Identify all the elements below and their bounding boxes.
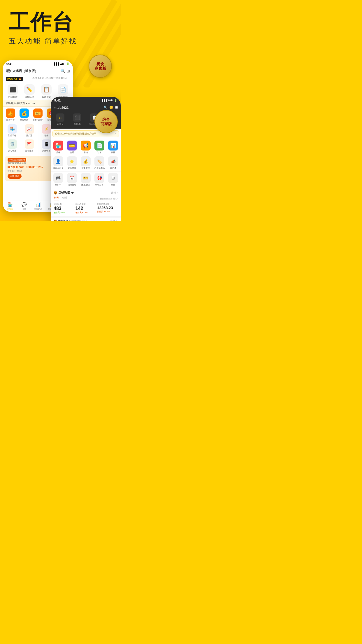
- tab-yesterday[interactable]: 昨天: [54, 196, 59, 200]
- feat-coupon[interactable]: 🎫 套餐代金券: [31, 108, 45, 121]
- right-search-icon[interactable]: 🔍: [103, 106, 108, 109]
- notice-close-icon[interactable]: ✕: [114, 132, 116, 135]
- feat-event-signup[interactable]: 🚩 活动报名: [21, 139, 38, 152]
- left-tab-kaidianbao[interactable]: 🏪 开店宝: [3, 202, 17, 210]
- score-detail-link[interactable]: 详情 >: [110, 219, 118, 221]
- search-icon[interactable]: 🔍: [60, 69, 65, 73]
- right-nav-scan-coupon[interactable]: ⬛ 扫码券: [69, 113, 86, 126]
- data-tabs: 昨天 实时: [54, 196, 67, 200]
- promo-tag: 中秋国庆大促招商: [8, 158, 26, 162]
- data-updated: 数据更新时间 01/17: [100, 197, 118, 200]
- feat-safe-restaurant[interactable]: 🛡️ 安心餐厅: [4, 139, 21, 152]
- right-features-main: 🏪 店铺 💳 交易 📢 营销 📄 订单: [51, 139, 121, 156]
- hero-title: 工作台: [0, 0, 121, 34]
- notice-text: 公告 2020年12月评价诚信违规商户公示: [55, 132, 96, 135]
- score-tip: 再得 0.3 分，客流预计提升 10% >: [30, 76, 70, 81]
- data-tabs-row: 昨天 实时 数据更新时间 01/17: [54, 196, 118, 202]
- feat-finance[interactable]: 💰 财务结款: [18, 108, 31, 121]
- right-feat-data[interactable]: 📊 数据: [107, 141, 120, 154]
- right-feat-activity-reg[interactable]: 📅 活动报名: [66, 173, 78, 186]
- hero-section: 工作台 五大功能 简单好找: [0, 0, 121, 52]
- left-tab-analytics[interactable]: 📊 经营参谋: [31, 202, 45, 210]
- score-header: 🐯 经营评分 数据更新时间 01/18 详情 >: [54, 219, 118, 221]
- right-feat-member[interactable]: 👤 商家会员卡: [52, 156, 64, 170]
- right-profile-icon[interactable]: 😊: [109, 106, 113, 109]
- right-status-icons: ▐▐▐ WiFi 🔋: [101, 99, 117, 102]
- kaidianbao-icon: 🏪: [8, 202, 13, 207]
- score-title: 🐯 经营评分 数据更新时间 01/18: [54, 219, 87, 221]
- right-feat-play-card[interactable]: 🎮 玩乐卡: [52, 173, 64, 186]
- left-tab-message[interactable]: 💬 消息: [17, 202, 31, 210]
- feat-store-decor[interactable]: 🏪 门店装修: [4, 124, 21, 137]
- action-scan-verify[interactable]: ⬛ 扫码验证: [5, 84, 21, 99]
- store-name: 潮汕火锅店（望京店）: [6, 69, 38, 73]
- badge-restaurant: 餐饮 商家版: [89, 55, 112, 78]
- right-feat-all[interactable]: ⊞ 全部: [107, 173, 120, 186]
- action-verify-history[interactable]: 📋 验证历史: [38, 84, 55, 99]
- left-time: 9:41: [6, 62, 13, 66]
- right-feat-trade[interactable]: 💳 交易: [66, 141, 78, 154]
- action-code-verify[interactable]: ✏️ 输码验证: [22, 84, 38, 99]
- store-data-title: 🐯 店铺数据 👁: [54, 191, 74, 195]
- right-feat-order[interactable]: 📄 订单: [93, 141, 106, 154]
- qr-icon[interactable]: ⊞: [66, 69, 70, 73]
- metric-sales: 商品售卖量 142 较前天 +2.1%: [75, 203, 96, 214]
- badge-general: 综合 商家版: [94, 110, 118, 133]
- left-status-icons: ▐▐▐ WiFi 🔋: [53, 62, 69, 65]
- right-feat-mkt-acquire[interactable]: 🎯 营销获客: [93, 173, 106, 186]
- store-data-detail-link[interactable]: 详情 ›: [111, 191, 118, 195]
- right-features-row3: 🎮 玩乐卡 📅 活动报名 🎫 团单/款式 🎯 营销获客: [51, 172, 121, 189]
- right-feat-group-deal[interactable]: 🎫 团单/款式: [79, 173, 92, 186]
- promo-btn[interactable]: 立即报名: [8, 174, 22, 179]
- right-time: 9:41: [54, 99, 61, 102]
- phones-area: 餐饮 商家版 综合 商家版 9:41 ▐▐▐ WiFi 🔋: [0, 52, 121, 221]
- analytics-icon: 📊: [36, 202, 41, 207]
- left-phone-header: 潮汕火锅店（望京店） 🔍 ⊞: [3, 67, 73, 75]
- right-feat-tuiguang[interactable]: 📣 推广通: [107, 156, 120, 170]
- message-icon: 💬: [22, 202, 27, 207]
- right-feat-marketing[interactable]: 📢 营销: [79, 141, 92, 154]
- right-nav-code-verify[interactable]: ⠿ 码验证: [52, 113, 69, 126]
- page-wrapper: 工作台 五大功能 简单好找 餐饮 商家版 综合 商家版 9:41 ▐▐▐: [0, 0, 121, 221]
- right-feat-finance-mgmt[interactable]: 💰 财务管理: [79, 156, 92, 170]
- tab-realtime[interactable]: 实时: [62, 196, 67, 200]
- ros-badge: ROS 4.5 🔥: [6, 77, 23, 81]
- promo-h2: 订单提升 15%: [26, 166, 43, 169]
- right-store-id: mtdp2021: [54, 106, 68, 109]
- metric-revenue: 到店消费金额 12268.23 较前天 +4.2%: [97, 203, 118, 214]
- hero-subtitle: 五大功能 简单好找: [0, 34, 121, 52]
- right-feat-review-mgmt[interactable]: ⭐ 评价管理: [66, 156, 78, 170]
- right-qr-icon[interactable]: ⊞: [115, 106, 118, 109]
- feat-customer-review[interactable]: 👍 顾客评价: [4, 108, 17, 121]
- left-status-bar: 9:41 ▐▐▐ WiFi 🔋: [3, 60, 73, 67]
- right-status-bar: 9:41 ▐▐▐ WiFi 🔋: [51, 97, 121, 103]
- store-data-header: 🐯 店铺数据 👁 详情 ›: [54, 191, 118, 195]
- store-data-section: 🐯 店铺数据 👁 详情 › 昨天 实时 数据更新时间 01/17: [51, 189, 121, 216]
- right-feat-store[interactable]: 🏪 店铺: [52, 141, 64, 154]
- rating-bar: ROS 4.5 🔥 再得 0.3 分，客流预计提升 10% >: [3, 75, 73, 82]
- right-features-row2: 👤 商家会员卡 ⭐ 评价管理 💰 财务管理 🏷️ 门店优惠码: [51, 156, 121, 172]
- promo-h1: 曝光提升 30%: [8, 166, 24, 169]
- metric-visitors: 访问人数 483 较前天-9.4%: [54, 203, 74, 214]
- eye-icon[interactable]: 👁: [71, 191, 74, 195]
- score-section: 🐯 经营评分 数据更新时间 01/18 详情 > wehome网咖 当前评分 2…: [51, 216, 121, 221]
- right-feat-promo-code[interactable]: 🏷️ 门店优惠码: [93, 156, 106, 170]
- feat-promotion[interactable]: 📈 推广通: [21, 124, 38, 137]
- data-metrics: 访问人数 483 较前天-9.4% 商品售卖量 142 较前天 +2.1% 到店…: [54, 203, 118, 214]
